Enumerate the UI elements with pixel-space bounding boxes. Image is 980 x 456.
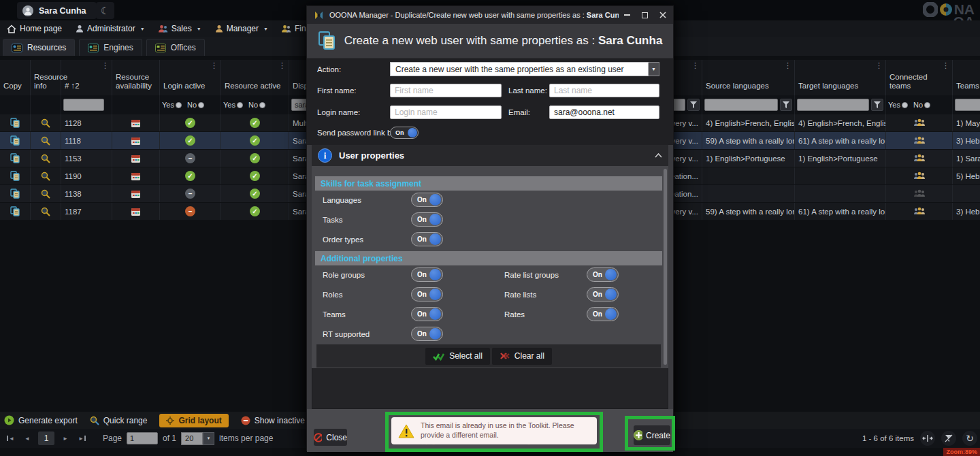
number-filter-input[interactable] bbox=[63, 99, 104, 111]
col-header-availability[interactable]: Resource availability bbox=[112, 60, 160, 95]
source-languages-filter-input[interactable] bbox=[704, 99, 778, 111]
magnifier-icon[interactable] bbox=[41, 154, 50, 163]
col-header-copy[interactable]: Copy bbox=[0, 60, 31, 95]
nav-item-manager[interactable]: Manager ▼ bbox=[215, 24, 268, 33]
magnifier-icon[interactable] bbox=[41, 136, 50, 146]
team-icon[interactable] bbox=[914, 172, 925, 181]
column-menu-icon[interactable]: ⋮ bbox=[691, 61, 699, 70]
last-page-button[interactable]: ► bbox=[76, 432, 88, 444]
connected-yes-radio[interactable]: Yes bbox=[888, 101, 908, 109]
dialog-titlebar[interactable]: OOONA Manager - Duplicate/Create new web… bbox=[307, 6, 673, 24]
tab-resources[interactable]: Resources bbox=[3, 39, 75, 56]
role-groups-toggle[interactable]: On bbox=[411, 267, 443, 282]
current-page-button[interactable]: 1 bbox=[38, 431, 54, 445]
team-icon[interactable] bbox=[914, 154, 925, 163]
col-header-target-languages[interactable]: Target languages⋮ bbox=[795, 60, 886, 95]
team-icon[interactable] bbox=[914, 207, 925, 216]
dark-mode-toggle[interactable]: ☾ bbox=[96, 2, 114, 19]
login-yes-radio[interactable]: Yes bbox=[162, 101, 182, 109]
copy-icon[interactable] bbox=[10, 189, 20, 199]
send-password-toggle[interactable]: On bbox=[390, 127, 419, 139]
languages-toggle[interactable]: On bbox=[411, 193, 443, 207]
clear-filters-button[interactable] bbox=[941, 431, 956, 446]
grid-layout-button[interactable]: Grid layout bbox=[159, 414, 228, 427]
magnifier-icon[interactable] bbox=[41, 189, 50, 199]
scrollbar[interactable] bbox=[664, 169, 667, 365]
rate-lists-toggle[interactable]: On bbox=[587, 287, 619, 302]
fit-columns-button[interactable] bbox=[920, 431, 935, 446]
chevron-up-icon[interactable] bbox=[655, 153, 662, 158]
filter-button[interactable] bbox=[871, 99, 883, 111]
nav-item-administrator[interactable]: Administrator ▼ bbox=[76, 24, 145, 33]
login-name-field[interactable] bbox=[390, 105, 502, 119]
team-icon[interactable] bbox=[914, 118, 925, 128]
filter-button[interactable] bbox=[780, 99, 792, 111]
last-name-field[interactable] bbox=[549, 84, 659, 97]
filter-button[interactable] bbox=[687, 99, 700, 111]
column-menu-icon[interactable]: ⋮ bbox=[278, 61, 286, 70]
rate-list-groups-toggle[interactable]: On bbox=[587, 267, 619, 282]
calendar-icon[interactable] bbox=[131, 207, 141, 216]
first-name-field[interactable] bbox=[390, 84, 502, 97]
calendar-icon[interactable] bbox=[131, 118, 141, 128]
clear-all-button[interactable]: Clear all bbox=[492, 348, 552, 365]
next-page-button[interactable]: ► bbox=[59, 432, 71, 444]
col-header-number[interactable]: # ↑2⋮ bbox=[61, 60, 112, 95]
copy-icon[interactable] bbox=[10, 118, 20, 128]
tab-engines[interactable]: Engines bbox=[79, 39, 142, 56]
teams-toggle[interactable]: On bbox=[411, 307, 443, 321]
col-header-teams[interactable]: Teams bbox=[953, 60, 980, 95]
tasks-toggle[interactable]: On bbox=[411, 212, 443, 227]
order-types-toggle[interactable]: On bbox=[411, 232, 443, 246]
user-properties-section-header[interactable]: i User properties bbox=[312, 145, 668, 166]
refresh-button[interactable]: ↻ bbox=[962, 431, 977, 446]
magnifier-icon[interactable] bbox=[41, 172, 50, 181]
copy-icon[interactable] bbox=[10, 153, 20, 163]
nav-item-sales[interactable]: Sales ▼ bbox=[159, 24, 201, 33]
calendar-icon[interactable] bbox=[131, 136, 141, 146]
magnifier-icon[interactable] bbox=[41, 118, 50, 128]
page-number-input[interactable] bbox=[127, 432, 158, 444]
login-no-radio[interactable]: No bbox=[187, 101, 204, 109]
tab-offices[interactable]: Offices bbox=[146, 39, 205, 56]
col-header-resource-active[interactable]: Resource active⋮ bbox=[221, 60, 289, 95]
calendar-icon[interactable] bbox=[131, 172, 141, 181]
create-button[interactable]: Create bbox=[634, 425, 670, 445]
select-all-button[interactable]: Select all bbox=[425, 348, 490, 365]
copy-icon[interactable] bbox=[10, 206, 20, 216]
column-menu-icon[interactable]: ⋮ bbox=[942, 61, 949, 70]
team-icon[interactable] bbox=[914, 189, 925, 199]
col-header-login-active[interactable]: Login active⋮ bbox=[160, 60, 221, 95]
close-icon[interactable] bbox=[659, 12, 666, 18]
email-field[interactable] bbox=[549, 105, 659, 119]
page-size-select[interactable]: 20 ▼ bbox=[181, 432, 214, 445]
minimize-icon[interactable] bbox=[624, 14, 630, 16]
copy-icon[interactable] bbox=[10, 171, 20, 181]
nav-item-home[interactable]: Home page bbox=[7, 24, 62, 33]
first-page-button[interactable]: ◄ bbox=[4, 432, 16, 444]
column-menu-icon[interactable]: ⋮ bbox=[101, 61, 109, 70]
maximize-icon[interactable] bbox=[642, 12, 648, 18]
col-header-connected-teams[interactable]: Connected teams⋮ bbox=[886, 60, 953, 95]
teams-filter-input[interactable] bbox=[955, 99, 980, 111]
team-icon[interactable] bbox=[914, 136, 925, 146]
user-menu[interactable]: Sara Cunha bbox=[17, 2, 97, 19]
column-menu-icon[interactable]: ⋮ bbox=[784, 61, 791, 70]
resource-yes-radio[interactable]: Yes bbox=[223, 101, 243, 109]
generate-export-button[interactable]: Generate export bbox=[4, 415, 78, 425]
calendar-icon[interactable] bbox=[131, 189, 141, 199]
copy-icon[interactable] bbox=[10, 135, 20, 146]
col-header-source-languages[interactable]: Source languages⋮ bbox=[702, 60, 795, 95]
rt-supported-toggle[interactable]: On bbox=[411, 327, 443, 341]
roles-toggle[interactable]: On bbox=[411, 287, 443, 302]
close-button[interactable]: Close bbox=[314, 429, 347, 446]
col-header-resource-info[interactable]: Resource info bbox=[31, 60, 61, 95]
rates-toggle[interactable]: On bbox=[587, 307, 619, 321]
quick-range-button[interactable]: Quick range bbox=[90, 416, 148, 425]
previous-page-button[interactable]: ◄ bbox=[21, 432, 33, 444]
calendar-icon[interactable] bbox=[131, 154, 141, 163]
connected-no-radio[interactable]: No bbox=[913, 101, 930, 109]
column-menu-icon[interactable]: ⋮ bbox=[875, 61, 883, 70]
magnifier-icon[interactable] bbox=[41, 207, 50, 216]
column-menu-icon[interactable]: ⋮ bbox=[210, 61, 218, 70]
